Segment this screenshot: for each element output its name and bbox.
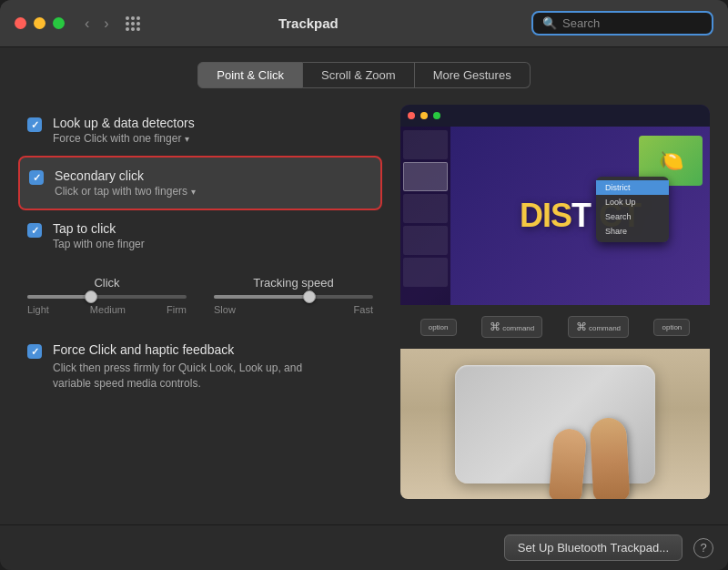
checkbox-secondary-click[interactable] [29, 170, 44, 185]
setting-label-secondary-click: Secondary click [55, 168, 196, 183]
fake-key-option-left: option [420, 319, 457, 336]
tab-point-click[interactable]: Point & Click [197, 62, 303, 88]
bluetooth-trackpad-button[interactable]: Set Up Bluetooth Trackpad... [504, 534, 682, 561]
traffic-lights [15, 17, 65, 29]
checkbox-lookup[interactable] [27, 117, 42, 132]
settings-panel: Look up & data detectors Force Click wit… [18, 105, 382, 510]
minimize-button[interactable] [34, 17, 46, 29]
slider-label-medium: Medium [90, 304, 126, 315]
setting-text-secondary-click: Secondary click Click or tap with two fi… [55, 168, 196, 198]
setting-text-tap-to-click: Tap to click Tap with one finger [53, 221, 145, 250]
fake-thumb-3 [403, 194, 448, 223]
setting-sublabel-lookup: Force Click with one finger ▾ [53, 132, 195, 145]
slider-label-light: Light [27, 304, 49, 315]
fake-screen-top [400, 105, 710, 127]
fake-key-option-right: option [653, 319, 690, 336]
slider-label-fast: Fast [354, 304, 373, 315]
search-bar[interactable]: 🔍 [531, 11, 713, 36]
titlebar: ‹ › Trackpad 🔍 [0, 0, 728, 47]
fake-thumb-5 [403, 258, 448, 287]
fake-menu-item-district: District [596, 180, 669, 195]
checkbox-force-click[interactable] [27, 344, 42, 359]
window: ‹ › Trackpad 🔍 Point & Click Scroll & Zo… [0, 0, 728, 570]
fake-menu-item-search: Search [596, 209, 669, 224]
setting-label-lookup: Look up & data detectors [53, 116, 195, 130]
preview-panel: DIST CT 🍋 District Look Up Search Share [400, 105, 710, 510]
force-click-label: Force Click and haptic feedback [53, 342, 335, 357]
setting-row-tap-to-click: Tap to click Tap with one finger [18, 210, 382, 261]
search-input[interactable] [562, 16, 703, 30]
tab-more-gestures[interactable]: More Gestures [415, 62, 531, 88]
fake-sidebar [400, 127, 450, 305]
dropdown-arrow-lookup[interactable]: ▾ [185, 134, 189, 144]
fake-menu-item-lookup: Look Up [596, 195, 669, 209]
slider-track-tracking[interactable] [214, 295, 373, 299]
preview-trackpad [400, 349, 710, 499]
fake-screen-body: DIST CT 🍋 District Look Up Search Share [400, 127, 710, 305]
fake-key-command-left: ⌘ command [481, 316, 542, 338]
fake-menu-item-share: Share [596, 224, 669, 239]
fake-main: DIST CT 🍋 District Look Up Search Share [450, 127, 710, 305]
finger-right-shape [590, 417, 631, 499]
slider-title-tracking: Tracking speed [253, 276, 333, 290]
force-click-desc: Click then press firmly for Quick Look, … [53, 361, 335, 392]
search-icon: 🔍 [542, 16, 557, 30]
fake-keyboard-bar: option ⌘ command ⌘ command option [400, 305, 710, 349]
maximize-button[interactable] [53, 17, 65, 29]
sliders-section: Click Light Medium Firm Tracki [18, 265, 382, 326]
setting-row-secondary-click: Secondary click Click or tap with two fi… [18, 156, 382, 210]
slider-group-tracking: Tracking speed Slow Fast [214, 276, 373, 315]
bottom-bar: Set Up Bluetooth Trackpad... ? [0, 524, 728, 570]
setting-sublabel-secondary-click: Click or tap with two fingers ▾ [55, 185, 196, 198]
setting-label-tap-to-click: Tap to click [53, 221, 145, 236]
fake-context-menu: District Look Up Search Share [596, 177, 669, 242]
setting-sublabel-tap-to-click: Tap with one finger [53, 238, 145, 250]
dropdown-arrow-secondary-click[interactable]: ▾ [191, 187, 196, 197]
fake-thumb-1 [403, 130, 448, 159]
tab-scroll-zoom[interactable]: Scroll & Zoom [303, 62, 415, 88]
force-click-row: Force Click and haptic feedback Click th… [18, 330, 382, 404]
slider-labels-tracking: Slow Fast [214, 304, 373, 315]
tabs: Point & Click Scroll & Zoom More Gesture… [18, 62, 710, 88]
fake-key-command-right: ⌘ command [568, 316, 629, 338]
slider-labels-click: Light Medium Firm [27, 304, 187, 315]
fake-thumb-2 [403, 162, 448, 191]
main-area: Look up & data detectors Force Click wit… [18, 105, 710, 510]
checkbox-tap-to-click[interactable] [27, 223, 42, 238]
force-click-text: Force Click and haptic feedback Click th… [53, 342, 335, 392]
slider-label-firm: Firm [167, 304, 187, 315]
close-button[interactable] [15, 17, 26, 29]
window-title: Trackpad [86, 15, 531, 31]
slider-group-click: Click Light Medium Firm [27, 276, 187, 315]
slider-label-slow: Slow [214, 304, 236, 315]
setting-text-lookup: Look up & data detectors Force Click wit… [53, 116, 195, 145]
content: Point & Click Scroll & Zoom More Gesture… [0, 47, 728, 524]
help-button[interactable]: ? [693, 538, 713, 558]
preview-screenshot: DIST CT 🍋 District Look Up Search Share [400, 105, 710, 305]
slider-track-click[interactable] [27, 295, 187, 299]
setting-row-lookup: Look up & data detectors Force Click wit… [18, 105, 382, 156]
finger-left-shape [549, 427, 588, 499]
slider-title-click: Click [94, 276, 119, 290]
fake-thumb-4 [403, 226, 448, 255]
